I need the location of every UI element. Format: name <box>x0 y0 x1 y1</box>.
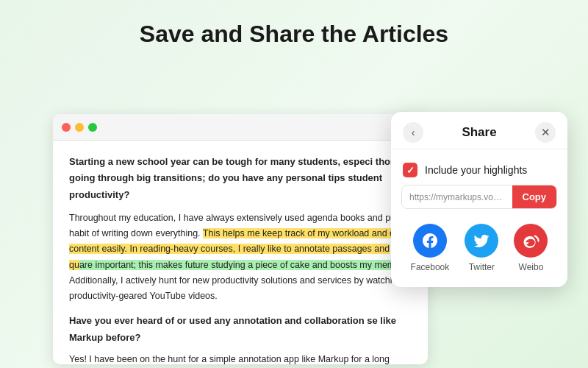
social-row: Facebook Twitter Weibo <box>391 219 567 287</box>
copy-button[interactable]: Copy <box>512 185 557 208</box>
article-heading1: Starting a new school year can be tough … <box>69 156 401 200</box>
browser-content: Starting a new school year can be tough … <box>53 141 428 364</box>
facebook-label: Facebook <box>411 262 450 272</box>
social-item-weibo[interactable]: Weibo <box>514 224 548 272</box>
facebook-icon <box>413 224 447 258</box>
article-highlight-green: are important; this makes future studyin… <box>79 260 408 270</box>
share-panel-header: ‹ Share ✕ <box>391 112 567 149</box>
share-divider <box>391 149 567 149</box>
social-item-facebook[interactable]: Facebook <box>411 224 450 272</box>
dot-green <box>88 123 97 132</box>
share-title: Share <box>423 125 535 140</box>
share-back-button[interactable]: ‹ <box>403 122 423 143</box>
dot-yellow <box>75 123 84 132</box>
social-item-twitter[interactable]: Twitter <box>465 224 498 272</box>
highlights-label: Include your highlights <box>425 164 527 176</box>
include-highlights-checkbox[interactable] <box>403 163 417 177</box>
page-title: Save and Share the Articles <box>0 0 588 63</box>
browser-toolbar <box>53 114 428 141</box>
twitter-label: Twitter <box>469 262 495 272</box>
browser-window: Starting a new school year can be tough … <box>53 114 428 364</box>
article-para2-post: Additionally, I actively hunt for new pr… <box>69 275 392 301</box>
url-copy-row: https://mymarkups.vox.com/the- Copy <box>401 185 557 209</box>
article-heading2: Have you ever heard of or used any annot… <box>69 315 396 342</box>
share-close-button[interactable]: ✕ <box>535 122 556 143</box>
twitter-icon <box>465 224 498 258</box>
share-highlights-row: Include your highlights <box>391 157 567 185</box>
weibo-icon <box>514 224 548 258</box>
weibo-label: Weibo <box>519 262 544 272</box>
article-para4: Yes! I have been on the hunt for a simpl… <box>69 354 403 364</box>
share-panel: ‹ Share ✕ Include your highlights https:… <box>391 112 567 287</box>
dot-red <box>62 123 71 132</box>
share-url: https://mymarkups.vox.com/the- <box>402 186 512 208</box>
